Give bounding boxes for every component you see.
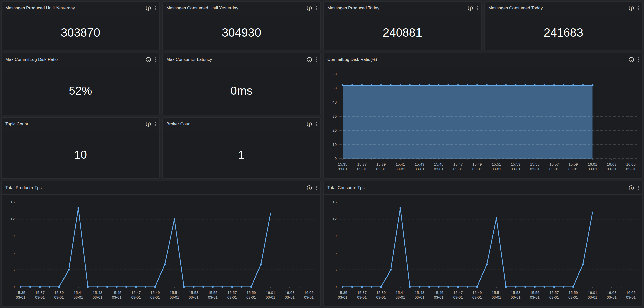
kebab-menu-icon[interactable] xyxy=(637,57,639,62)
panel-total-consume-tps: Total Consume Tps i 0369121515:3503-0115… xyxy=(323,181,643,307)
info-icon[interactable]: i xyxy=(146,57,151,62)
svg-text:03-01: 03-01 xyxy=(93,295,102,299)
svg-text:15:49: 15:49 xyxy=(150,290,160,295)
panel-messages-produced-until-yesterday: Messages Produced Until Yesterday i 3038… xyxy=(1,1,160,50)
commitlog-disk-ratio-chart-canvas[interactable]: 010203040506015:3503-0115:3703-0115:3903… xyxy=(324,66,642,179)
panel-header-icons: i xyxy=(307,5,317,11)
stat-value: 303870 xyxy=(61,26,100,39)
panel-body: 52% xyxy=(2,66,159,115)
kebab-menu-icon[interactable] xyxy=(154,57,156,62)
svg-text:15:51: 15:51 xyxy=(170,290,179,295)
svg-text:15:55: 15:55 xyxy=(530,290,540,295)
svg-text:15:43: 15:43 xyxy=(415,162,424,166)
info-icon[interactable]: i xyxy=(146,6,151,11)
svg-text:03-01: 03-01 xyxy=(16,295,25,299)
kebab-menu-icon[interactable] xyxy=(154,121,156,127)
panel-title: Messages Produced Until Yesterday xyxy=(5,6,146,11)
svg-text:03-01: 03-01 xyxy=(285,295,295,299)
panel-title: Total Consume Tps xyxy=(327,185,629,190)
info-icon[interactable]: i xyxy=(307,57,312,62)
panel-max-consumer-latency: Max Consumer Latency i 0ms xyxy=(162,53,321,115)
panel-body: 304930 xyxy=(163,15,320,50)
svg-text:15:37: 15:37 xyxy=(357,162,367,166)
total-producer-tps-chart-canvas[interactable]: 0369121515:3503-0115:3703-0115:3903-0115… xyxy=(2,195,320,307)
kebab-menu-icon[interactable] xyxy=(315,57,317,62)
svg-text:16:01: 16:01 xyxy=(588,290,597,295)
svg-text:03-01: 03-01 xyxy=(304,295,314,299)
svg-text:15:59: 15:59 xyxy=(568,290,578,295)
panel-body: 0ms xyxy=(163,66,320,115)
panel-title: Topic Count xyxy=(5,122,146,127)
kebab-menu-icon[interactable] xyxy=(476,5,478,11)
svg-text:03-01: 03-01 xyxy=(549,167,559,171)
svg-text:15:35: 15:35 xyxy=(338,162,347,166)
svg-text:6: 6 xyxy=(335,251,337,255)
kebab-menu-icon[interactable] xyxy=(637,185,639,191)
kebab-menu-icon[interactable] xyxy=(154,5,156,11)
svg-text:03-01: 03-01 xyxy=(396,295,405,299)
svg-text:15:51: 15:51 xyxy=(492,162,501,166)
panel-header: Messages Consumed Today i xyxy=(485,2,642,15)
svg-text:03-01: 03-01 xyxy=(472,167,482,171)
info-icon[interactable]: i xyxy=(307,122,312,127)
stat-value: 240881 xyxy=(383,26,422,39)
svg-text:16:01: 16:01 xyxy=(266,290,275,295)
svg-text:03-01: 03-01 xyxy=(568,295,578,299)
kebab-menu-icon[interactable] xyxy=(315,121,317,127)
svg-text:03-01: 03-01 xyxy=(588,167,597,171)
panel-body: 241683 xyxy=(485,15,642,50)
svg-text:9: 9 xyxy=(335,234,337,238)
panel-body: 0369121515:3503-0115:3703-0115:3903-0115… xyxy=(2,195,320,307)
svg-text:15:53: 15:53 xyxy=(511,290,521,295)
panel-body: 10 xyxy=(2,131,159,178)
svg-text:40: 40 xyxy=(332,100,337,104)
kebab-menu-icon[interactable] xyxy=(637,5,639,11)
stat-value: 52% xyxy=(69,84,92,97)
kebab-menu-icon[interactable] xyxy=(315,5,317,11)
info-icon[interactable]: i xyxy=(629,185,634,190)
kebab-menu-icon[interactable] xyxy=(315,185,317,191)
panel-header: Broker Count i xyxy=(163,118,320,131)
svg-text:16:05: 16:05 xyxy=(304,290,314,295)
svg-text:15:59: 15:59 xyxy=(568,162,578,166)
svg-text:03-01: 03-01 xyxy=(376,295,386,299)
svg-text:15:37: 15:37 xyxy=(35,290,45,295)
svg-text:03-01: 03-01 xyxy=(530,295,539,299)
stat-value: 10 xyxy=(74,148,87,161)
svg-text:03-01: 03-01 xyxy=(170,295,179,299)
svg-text:03-01: 03-01 xyxy=(415,295,424,299)
svg-text:03-01: 03-01 xyxy=(492,167,501,171)
svg-text:03-01: 03-01 xyxy=(189,295,198,299)
info-icon[interactable]: i xyxy=(146,122,151,127)
svg-text:16:05: 16:05 xyxy=(626,290,636,295)
svg-text:15:43: 15:43 xyxy=(93,290,102,295)
svg-text:03-01: 03-01 xyxy=(266,295,275,299)
info-icon[interactable]: i xyxy=(307,185,312,190)
svg-text:15:47: 15:47 xyxy=(131,290,141,295)
svg-text:03-01: 03-01 xyxy=(357,295,367,299)
svg-text:15:37: 15:37 xyxy=(357,290,367,295)
svg-text:03-01: 03-01 xyxy=(357,167,367,171)
info-icon[interactable]: i xyxy=(307,6,312,11)
panel-max-commitlog-disk-ratio: Max CommitLog Disk Ratio i 52% xyxy=(1,53,160,115)
svg-text:15:35: 15:35 xyxy=(338,290,347,295)
svg-text:03-01: 03-01 xyxy=(492,295,501,299)
info-icon[interactable]: i xyxy=(629,6,634,11)
svg-text:03-01: 03-01 xyxy=(549,295,559,299)
svg-text:03-01: 03-01 xyxy=(54,295,64,299)
stat-value: 241683 xyxy=(544,26,583,39)
svg-text:15:55: 15:55 xyxy=(530,162,540,166)
svg-text:03-01: 03-01 xyxy=(453,167,463,171)
info-icon[interactable]: i xyxy=(468,6,473,11)
svg-text:15:45: 15:45 xyxy=(112,290,122,295)
info-icon[interactable]: i xyxy=(629,57,634,62)
svg-text:3: 3 xyxy=(13,268,15,272)
svg-text:16:03: 16:03 xyxy=(607,290,617,295)
svg-text:9: 9 xyxy=(13,234,15,238)
panel-title: Messages Consumed Until Yesterday xyxy=(166,6,307,11)
total-consume-tps-chart-canvas[interactable]: 0369121515:3503-0115:3703-0115:3903-0115… xyxy=(324,195,642,307)
svg-text:03-01: 03-01 xyxy=(246,295,256,299)
svg-text:15:39: 15:39 xyxy=(376,162,386,166)
svg-text:15:57: 15:57 xyxy=(549,162,559,166)
panel-header-icons: i xyxy=(629,57,639,62)
